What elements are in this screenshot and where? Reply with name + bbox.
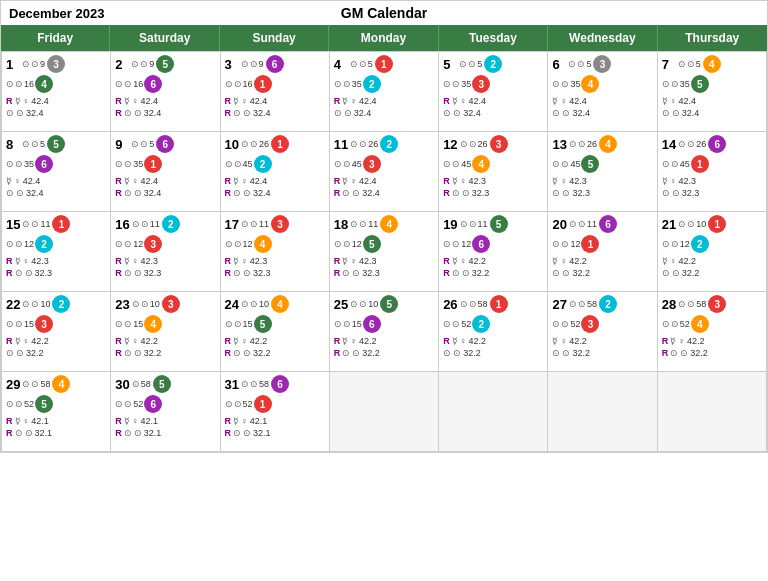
cell-dec-13: 13 ⊙⊙ 26 4 ⊙⊙ 45 5 ☿♀42.3 ⊙⊙32.3 xyxy=(548,132,657,212)
cell-empty-1 xyxy=(330,372,439,452)
cell-dec-22: 22 ⊙⊙ 10 2 ⊙⊙ 15 3 R☿♀42.2 ⊙⊙32.2 xyxy=(2,292,111,372)
cell-dec-29: 29 ⊙⊙ 58 4 ⊙⊙ 52 5 R☿♀42.1 R⊙⊙32.1 xyxy=(2,372,111,452)
header-monday: Monday xyxy=(329,25,438,51)
cell-dec-21: 21 ⊙⊙ 10 1 ⊙⊙ 12 2 ☿♀42.2 ⊙⊙32.2 xyxy=(658,212,767,292)
cell-dec-28: 28 ⊙⊙ 58 3 ⊙⊙ 52 4 R☿♀42.2 R⊙⊙32.2 xyxy=(658,292,767,372)
calendar-name-title: GM Calendar xyxy=(197,5,572,21)
cell-dec-11: 11 ⊙⊙ 26 2 ⊙⊙ 45 3 R☿♀42.4 R⊙⊙32.4 xyxy=(330,132,439,212)
cell-dec-16: 16 ⊙⊙ 11 2 ⊙⊙ 12 3 R☿♀42.3 R⊙⊙32.3 xyxy=(111,212,220,292)
header-friday: Friday xyxy=(1,25,110,51)
calendar-grid: 1 ⊙⊙ 9 3 ⊙⊙ 16 4 R☿♀42.4 ⊙⊙32.4 2 xyxy=(1,51,767,452)
days-header: Friday Saturday Sunday Monday Tuesday We… xyxy=(1,25,767,51)
cell-dec-2: 2 ⊙⊙ 9 5 ⊙⊙ 16 6 R☿♀42.4 R⊙⊙32.4 xyxy=(111,52,220,132)
header-saturday: Saturday xyxy=(110,25,219,51)
cell-dec-17: 17 ⊙⊙ 11 3 ⊙⊙ 12 4 R☿♀42.3 R⊙⊙32.3 xyxy=(221,212,330,292)
cell-dec-19: 19 ⊙⊙ 11 5 ⊙⊙ 12 6 R☿♀42.2 R⊙⊙32.2 xyxy=(439,212,548,292)
calendar-wrapper: December 2023 GM Calendar Friday Saturda… xyxy=(0,0,768,453)
cell-dec-26: 26 ⊙⊙ 58 1 ⊙⊙ 52 2 R☿♀42.2 ⊙⊙32.2 xyxy=(439,292,548,372)
cell-dec-30: 30 ⊙ 58 5 ⊙⊙ 52 6 R☿♀42.1 R⊙⊙32.1 xyxy=(111,372,220,452)
cell-dec-3: 3 ⊙⊙ 9 6 ⊙⊙ 16 1 R☿♀42.4 R⊙⊙32.4 xyxy=(221,52,330,132)
cell-dec-5: 5 ⊙⊙ 5 2 ⊙⊙ 35 3 R☿♀42.4 ⊙⊙32.4 xyxy=(439,52,548,132)
badge-1: 3 xyxy=(47,55,65,73)
cell-dec-18: 18 ⊙⊙ 11 4 ⊙⊙ 12 5 R☿♀42.3 R⊙⊙32.3 xyxy=(330,212,439,292)
cell-dec-14: 14 ⊙⊙ 26 6 ⊙⊙ 45 1 ☿♀42.3 ⊙⊙32.3 xyxy=(658,132,767,212)
cell-empty-3 xyxy=(548,372,657,452)
cell-empty-4 xyxy=(658,372,767,452)
header-wednesday: Wednesday xyxy=(548,25,657,51)
cell-dec-9: 9 ⊙⊙ 5 6 ⊙⊙ 35 1 R☿♀42.4 R⊙⊙32.4 xyxy=(111,132,220,212)
cell-dec-23: 23 ⊙⊙ 10 3 ⊙⊙ 15 4 R☿♀42.2 R⊙⊙32.2 xyxy=(111,292,220,372)
cell-dec-4: 4 ⊙⊙ 5 1 ⊙⊙ 35 2 R☿♀42.4 ⊙⊙32.4 xyxy=(330,52,439,132)
cell-dec-25: 25 ⊙⊙ 10 5 ⊙⊙ 15 6 R☿♀42.2 R⊙⊙32.2 xyxy=(330,292,439,372)
cell-dec-12: 12 ⊙⊙ 26 3 ⊙⊙ 45 4 R☿♀42.3 R⊙⊙32.3 xyxy=(439,132,548,212)
calendar-header: December 2023 GM Calendar xyxy=(1,1,767,25)
cell-dec-31: 31 ⊙⊙ 58 6 ⊙⊙ 52 1 R☿♀42.1 R⊙⊙32.1 xyxy=(221,372,330,452)
cell-dec-27: 27 ⊙⊙ 58 2 ⊙⊙ 52 3 ☿♀42.2 ⊙⊙32.2 xyxy=(548,292,657,372)
month-year-title: December 2023 xyxy=(9,6,197,21)
cell-dec-6: 6 ⊙⊙ 5 3 ⊙⊙ 35 4 ☿♀42.4 ⊙⊙32.4 xyxy=(548,52,657,132)
cell-empty-2 xyxy=(439,372,548,452)
cell-dec-20: 20 ⊙⊙ 11 6 ⊙⊙ 12 1 ☿♀42.2 ⊙⊙32.2 xyxy=(548,212,657,292)
cell-dec-7: 7 ⊙⊙ 5 4 ⊙⊙ 35 5 ☿♀42.4 ⊙⊙32.4 xyxy=(658,52,767,132)
cell-dec-24: 24 ⊙⊙ 10 4 ⊙⊙ 15 5 R☿♀42.2 R⊙⊙32.2 xyxy=(221,292,330,372)
cell-dec-1: 1 ⊙⊙ 9 3 ⊙⊙ 16 4 R☿♀42.4 ⊙⊙32.4 xyxy=(2,52,111,132)
cell-dec-10: 10 ⊙⊙ 26 1 ⊙⊙ 45 2 R☿♀42.4 R⊙⊙32.4 xyxy=(221,132,330,212)
header-sunday: Sunday xyxy=(220,25,329,51)
header-thursday: Thursday xyxy=(658,25,767,51)
cell-dec-15: 15 ⊙⊙ 11 1 ⊙⊙ 12 2 R☿♀42.3 R⊙⊙32.3 xyxy=(2,212,111,292)
cell-dec-8: 8 ⊙⊙ 5 5 ⊙⊙ 35 6 ☿♀42.4 ⊙⊙32.4 xyxy=(2,132,111,212)
header-tuesday: Tuesday xyxy=(439,25,548,51)
